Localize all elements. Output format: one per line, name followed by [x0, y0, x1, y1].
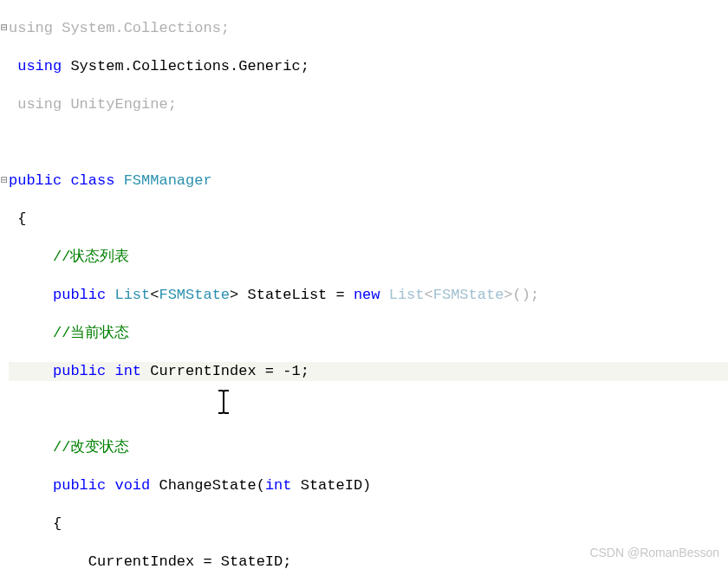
code-line[interactable]: //状态列表 [9, 248, 728, 267]
code-line[interactable]: using UnityEngine; [9, 95, 728, 114]
code-line[interactable]: ⊟public class FSMManager [9, 171, 728, 191]
code-line[interactable]: public List<FSMState> StateList = new Li… [9, 286, 728, 305]
code-line[interactable]: ⊟using System.Collections; [9, 19, 728, 38]
code-line[interactable]: public void ChangeState(int StateID) [9, 476, 728, 495]
code-line[interactable]: { [9, 514, 728, 533]
code-line[interactable] [9, 133, 728, 152]
code-line[interactable] [9, 400, 728, 419]
code-line[interactable]: //当前状态 [9, 324, 728, 343]
code-line-current[interactable]: public int CurrentIndex = -1; [9, 362, 728, 381]
code-line[interactable]: { [9, 210, 728, 229]
code-line[interactable]: //改变状态 [9, 438, 728, 457]
code-editor[interactable]: ⊟using System.Collections; using System.… [0, 0, 728, 569]
code-line[interactable]: using System.Collections.Generic; [9, 57, 728, 76]
watermark: CSDN @RomanBesson [589, 543, 719, 562]
